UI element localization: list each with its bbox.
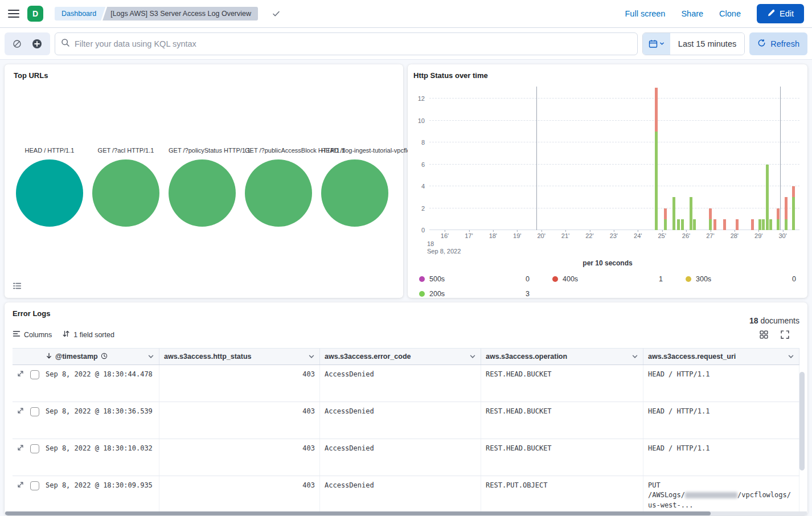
bar-400s[interactable] [785, 197, 788, 219]
columns-button[interactable]: Columns [13, 330, 52, 339]
pie-slice[interactable] [16, 159, 83, 227]
table-row: Sep 8, 2022 @ 18:30:09.935403AccessDenie… [13, 476, 799, 513]
kql-search-bar [55, 32, 638, 55]
bar-400s[interactable] [777, 208, 780, 219]
expand-row-icon[interactable] [13, 365, 28, 402]
expand-row-icon[interactable] [13, 402, 28, 439]
pie-label: GET /?publicAccessBlock HTTP/1.1 [245, 147, 312, 155]
column-menu-icon[interactable] [469, 353, 476, 360]
row-checkbox[interactable] [30, 407, 39, 416]
bar-200s[interactable] [758, 219, 761, 230]
legend-item[interactable]: 300s0 [686, 275, 796, 283]
redacted-text [685, 492, 737, 498]
column-menu-icon[interactable] [788, 353, 794, 360]
horizontal-scrollbar[interactable] [5, 511, 807, 515]
pie-slice[interactable] [169, 159, 236, 227]
bar-200s[interactable] [693, 219, 696, 230]
refresh-button[interactable]: Refresh [749, 32, 807, 55]
column-header-aws-s3access-request-uri[interactable]: aws.s3access.request_uri [643, 349, 799, 365]
bar-200s[interactable] [681, 219, 684, 230]
time-range-value[interactable]: Last 15 minutes [670, 33, 744, 55]
sort-fields-button[interactable]: 1 field sorted [62, 330, 114, 339]
bar-200s[interactable] [792, 197, 795, 230]
panel-title-top-urls: Top URLs [14, 71, 394, 80]
check-icon [272, 9, 281, 18]
table-row: Sep 8, 2022 @ 18:30:44.478403AccessDenie… [13, 365, 799, 402]
bar-400s[interactable] [736, 219, 739, 230]
pie-chart: GET /?policyStatus HTTP/1.1 [169, 147, 236, 227]
menu-icon[interactable] [8, 10, 19, 18]
bar-200s[interactable] [785, 219, 788, 230]
pie-slice[interactable] [92, 159, 159, 227]
bar-200s[interactable] [672, 197, 675, 230]
column-header-aws-s3access-error-code[interactable]: aws.s3access.error_code [320, 349, 481, 365]
breadcrumb-dashboard[interactable]: Dashboard [55, 7, 105, 21]
bar-400s[interactable] [723, 219, 726, 230]
column-header-aws-s3access-operation[interactable]: aws.s3access.operation [481, 349, 643, 365]
http-plot [429, 87, 799, 230]
bar-200s[interactable] [664, 219, 667, 230]
search-icon [61, 38, 70, 50]
bar-200s[interactable] [677, 219, 680, 230]
gridline [429, 164, 799, 165]
row-checkbox-cell [28, 476, 41, 513]
legend-toggle-icon[interactable] [13, 281, 22, 292]
fullscreen-table-icon[interactable] [778, 328, 792, 341]
edit-button[interactable]: Edit [757, 4, 804, 23]
bar-400s[interactable] [655, 88, 658, 132]
clone-link[interactable]: Clone [719, 9, 741, 18]
row-checkbox-cell [28, 439, 41, 476]
column-menu-icon[interactable] [147, 353, 154, 360]
pie-slice[interactable] [245, 159, 312, 227]
share-link[interactable]: Share [681, 9, 703, 18]
bar-200s[interactable] [762, 219, 765, 230]
row-checkbox[interactable] [30, 444, 39, 453]
table-row: Sep 8, 2022 @ 18:30:10.032403AccessDenie… [13, 439, 799, 476]
bar-200s[interactable] [777, 219, 780, 230]
column-menu-icon[interactable] [308, 353, 315, 360]
y-axis-label: 2 [421, 205, 425, 212]
row-checkbox[interactable] [30, 481, 39, 490]
x-axis-tick: 26' [682, 232, 690, 239]
legend-item[interactable]: 500s0 [419, 275, 530, 283]
bar-400s[interactable] [713, 219, 716, 230]
expand-row-icon[interactable] [13, 476, 28, 513]
calendar-icon[interactable] [643, 33, 670, 55]
add-filter-icon[interactable] [30, 36, 44, 51]
fullscreen-link[interactable]: Full screen [625, 9, 665, 18]
breadcrumb: Dashboard [Logs AWS] S3 Server Access Lo… [55, 7, 258, 21]
date-picker: Last 15 minutes [642, 32, 745, 55]
pie-label: GET /?acl HTTP/1.1 [92, 147, 159, 155]
header-checkbox-spacer [28, 349, 41, 365]
legend-item[interactable]: 200s3 [419, 290, 530, 298]
column-header-timestamp[interactable]: @timestamp [41, 349, 159, 365]
bar-400s[interactable] [751, 219, 754, 230]
x-axis-date-line: 18 [427, 240, 802, 248]
legend-dot [686, 276, 691, 282]
legend-item[interactable]: 400s1 [552, 275, 663, 283]
column-menu-icon[interactable] [631, 353, 638, 360]
bar-200s[interactable] [690, 197, 692, 230]
expand-row-icon[interactable] [13, 439, 28, 476]
gridline [429, 208, 799, 208]
pie-slice[interactable] [321, 159, 388, 227]
bar-400s[interactable] [792, 186, 795, 197]
bar-200s[interactable] [709, 219, 712, 230]
vertical-scrollbar[interactable] [799, 372, 805, 509]
disable-filters-icon[interactable] [10, 37, 24, 51]
bar-200s[interactable] [769, 219, 772, 230]
bar-200s[interactable] [655, 132, 658, 230]
x-axis-tick: 21' [561, 232, 569, 239]
space-avatar[interactable]: D [27, 6, 43, 22]
bar-400s[interactable] [709, 208, 712, 219]
column-header-aws-s3access-http-status[interactable]: aws.s3access.http_status [159, 349, 320, 365]
column-label: aws.s3access.request_uri [648, 353, 736, 361]
display-options-icon[interactable] [757, 328, 770, 341]
bar-200s[interactable] [766, 165, 769, 231]
cell-request-uri: HEAD / HTTP/1.1 [643, 439, 799, 476]
kql-input[interactable] [75, 39, 631, 48]
bar-400s[interactable] [664, 208, 667, 219]
row-checkbox[interactable] [30, 370, 39, 379]
y-axis-label: 6 [421, 161, 425, 168]
error-logs-panel: Error Logs 18 documents Columns 1 field … [5, 302, 807, 515]
